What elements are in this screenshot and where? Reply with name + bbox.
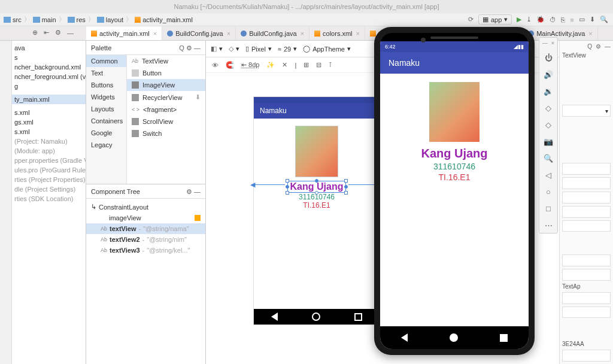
- attr-field[interactable]: [562, 307, 611, 318]
- magnet-icon[interactable]: 🧲: [226, 61, 234, 69]
- attr-field[interactable]: [562, 350, 611, 362]
- avd-icon[interactable]: ▭: [579, 16, 585, 23]
- attr-field[interactable]: ▾: [562, 105, 611, 117]
- sdk-icon[interactable]: ⬇: [590, 16, 595, 23]
- attr-field[interactable]: [562, 254, 611, 266]
- layout-preview[interactable]: ▾ Namaku ◀ ▶ Kang Ujang: [254, 97, 380, 324]
- tab-buildconfig2[interactable]: BuildConfig.java×: [236, 26, 309, 40]
- palette-cat-buttons[interactable]: Buttons: [86, 79, 126, 91]
- tree-item-selected[interactable]: ty_main.xml: [12, 95, 86, 104]
- margin-dropdown[interactable]: ⇤ 8dp: [241, 61, 259, 69]
- crumb-layout[interactable]: layout: [97, 16, 123, 23]
- rotate-left-icon[interactable]: ◇: [543, 102, 554, 113]
- stop-icon[interactable]: ■: [570, 16, 574, 23]
- attr-field[interactable]: [562, 192, 611, 204]
- palette-cat-widgets[interactable]: Widgets: [86, 91, 126, 103]
- palette-item-recycler[interactable]: RecyclerView⬇: [127, 91, 205, 104]
- search-icon[interactable]: Q: [587, 43, 592, 50]
- eye-icon[interactable]: 👁: [212, 62, 219, 69]
- attr-field[interactable]: [562, 177, 611, 189]
- hide-icon[interactable]: —: [194, 44, 201, 51]
- device-dropdown[interactable]: ▯ Pixel ▾: [245, 45, 272, 53]
- tree-item[interactable]: dle (Project Settings): [12, 184, 86, 194]
- clear-icon[interactable]: ✕: [282, 61, 287, 69]
- palette-cat-containers[interactable]: Containers: [86, 115, 126, 127]
- run-icon[interactable]: ▶: [517, 16, 521, 23]
- hide-icon[interactable]: —: [67, 29, 74, 37]
- hide-icon[interactable]: —: [605, 43, 611, 50]
- close-icon[interactable]: ×: [153, 30, 157, 37]
- palette-item-textview[interactable]: AbTextView: [127, 55, 205, 67]
- crumb-src[interactable]: src: [4, 16, 22, 23]
- project-tree[interactable]: ava s ncher_background.xml ncher_foregro…: [12, 41, 86, 364]
- tab-activity-main[interactable]: activity_main.xml×: [86, 26, 162, 40]
- preview-imageview[interactable]: [295, 126, 338, 177]
- profile-icon[interactable]: ⏱: [550, 16, 556, 23]
- palette-cat-text[interactable]: Text: [86, 67, 126, 79]
- palette-item-scrollview[interactable]: ScrollView: [127, 116, 205, 128]
- tab-colors[interactable]: colors.xml×: [309, 26, 365, 40]
- tree-item[interactable]: (Project: Namaku): [12, 136, 86, 146]
- tree-item[interactable]: ules.pro (ProGuard Rules for: [12, 165, 86, 175]
- guideline-icon[interactable]: ⊺: [329, 61, 332, 69]
- tree-item[interactable]: ncher_background.xml: [12, 62, 86, 72]
- tree-item[interactable]: rties (SDK Location): [12, 194, 86, 204]
- target-icon[interactable]: ⊕: [32, 29, 38, 37]
- close-icon[interactable]: ×: [588, 30, 592, 37]
- palette-cat-common[interactable]: Common: [86, 55, 126, 67]
- debug-icon[interactable]: 🐞: [536, 16, 545, 23]
- palette-cat-google[interactable]: Google: [86, 127, 126, 139]
- ct-textview2[interactable]: AbtextView2- "@string/nim": [86, 234, 205, 245]
- attr-field[interactable]: [562, 269, 611, 281]
- screenshot-icon[interactable]: 📷: [543, 136, 554, 147]
- pack-icon[interactable]: ⊟: [316, 61, 321, 69]
- theme-dropdown[interactable]: ◯ AppTheme ▾: [303, 45, 351, 53]
- close-icon[interactable]: ×: [551, 40, 554, 46]
- emulator-screen[interactable]: 6:42 ◢▮▮ Namaku Kang Ujang 311610746 TI.…: [380, 41, 529, 349]
- gear-icon[interactable]: ⚙: [186, 188, 192, 195]
- gear-icon[interactable]: ⚙: [596, 43, 601, 50]
- run-config-dropdown[interactable]: ▦ app ▾: [478, 14, 512, 25]
- crumb-res[interactable]: res: [68, 16, 86, 23]
- tab-mainactivity[interactable]: MainActivity.java×: [523, 26, 598, 40]
- tree-item[interactable]: ava: [12, 43, 86, 53]
- palette-cat-legacy[interactable]: Legacy: [86, 139, 126, 151]
- gear-icon[interactable]: ⚙: [186, 44, 192, 51]
- ct-textview3[interactable]: AbtextView3- "@string/kel...": [86, 245, 205, 256]
- ct-root[interactable]: ↳ConstraintLayout: [86, 201, 205, 213]
- power-icon[interactable]: ⏻: [543, 52, 554, 63]
- volume-up-icon[interactable]: 🔊: [543, 69, 554, 80]
- overview-icon[interactable]: □: [543, 203, 554, 214]
- hide-icon[interactable]: —: [194, 188, 201, 195]
- palette-item-fragment[interactable]: < ><fragment>: [127, 104, 205, 116]
- back-button[interactable]: [401, 333, 408, 342]
- palette-item-button[interactable]: Button: [127, 67, 205, 79]
- tree-item[interactable]: rties (Project Properties): [12, 175, 86, 184]
- more-icon[interactable]: ⋯: [543, 220, 554, 230]
- tab-buildconfig1[interactable]: BuildConfig.java×: [162, 26, 236, 40]
- download-icon[interactable]: ⬇: [195, 93, 201, 101]
- tree-item[interactable]: s.xml: [12, 108, 86, 117]
- tree-item[interactable]: g: [12, 81, 86, 91]
- attr-field[interactable]: [562, 163, 611, 175]
- minimize-icon[interactable]: —: [542, 40, 548, 46]
- home-icon[interactable]: ○: [543, 186, 554, 197]
- preview-textview-name-selected[interactable]: Kang Ujang: [287, 181, 347, 193]
- close-icon[interactable]: ×: [301, 30, 304, 37]
- attach-icon[interactable]: ⎘: [561, 16, 565, 23]
- volume-down-icon[interactable]: 🔉: [543, 86, 554, 96]
- recents-button[interactable]: [500, 334, 508, 342]
- back-icon[interactable]: ◁: [543, 169, 554, 180]
- wand-icon[interactable]: ✨: [266, 61, 275, 69]
- search-icon[interactable]: Q: [179, 44, 184, 51]
- palette-cat-layouts[interactable]: Layouts: [86, 103, 126, 115]
- apply-icon[interactable]: ⤓: [526, 16, 532, 23]
- emu-nav-bar[interactable]: [380, 326, 529, 349]
- ct-textview[interactable]: AbtextView- "@string/nama": [86, 223, 205, 234]
- tree-item[interactable]: pper.properties (Gradle Versio: [12, 156, 86, 165]
- search-icon[interactable]: 🔍: [600, 16, 608, 23]
- sync-icon[interactable]: ⟳: [468, 16, 474, 23]
- attr-field[interactable]: [562, 220, 611, 232]
- tree-item[interactable]: ncher_foreground.xml (v24): [12, 72, 86, 81]
- tree-item[interactable]: s.xml: [12, 127, 86, 136]
